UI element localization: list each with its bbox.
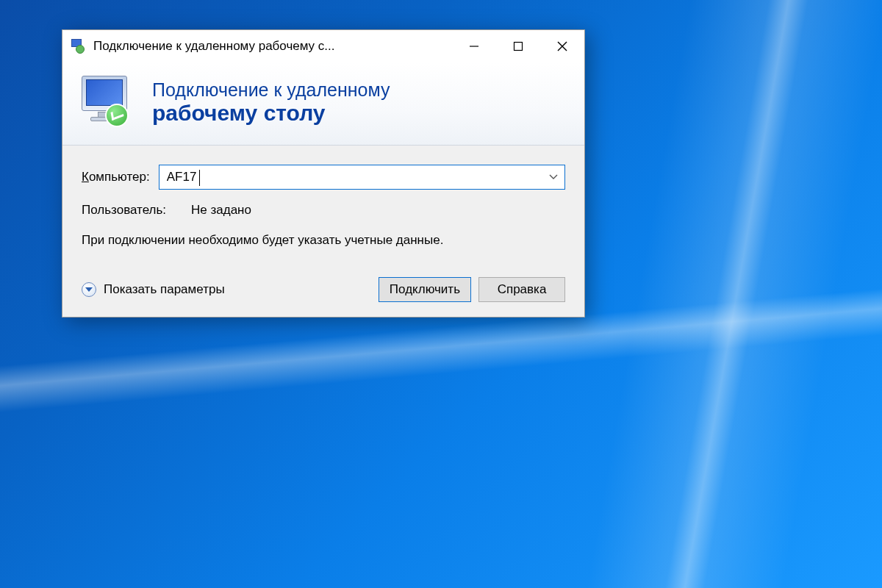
- connect-button[interactable]: Подключить: [379, 277, 471, 302]
- rdp-icon: [77, 73, 136, 132]
- help-button[interactable]: Справка: [478, 277, 565, 302]
- chevron-down-icon[interactable]: [542, 165, 564, 189]
- app-icon: [70, 39, 86, 54]
- window-controls: [452, 30, 584, 62]
- minimize-button[interactable]: [452, 30, 496, 62]
- window-title: Подключение к удаленному рабочему с...: [93, 39, 452, 54]
- computer-input[interactable]: [159, 170, 542, 184]
- banner: Подключение к удаленному рабочему столу: [62, 62, 584, 146]
- maximize-button[interactable]: [496, 30, 540, 62]
- user-label: Пользователь:: [82, 203, 166, 218]
- close-button[interactable]: [540, 30, 584, 62]
- computer-row: Компьютер:: [82, 165, 565, 190]
- show-options-link[interactable]: Показать параметры: [82, 282, 225, 297]
- credentials-info: При подключении необходимо будет указать…: [82, 232, 565, 249]
- banner-line-2: рабочему столу: [152, 101, 390, 126]
- dialog-footer: Показать параметры Подключить Справка: [82, 273, 565, 302]
- banner-line-1: Подключение к удаленному: [152, 79, 390, 101]
- banner-text: Подключение к удаленному рабочему столу: [152, 79, 390, 126]
- user-value: Не задано: [191, 203, 251, 218]
- svg-rect-1: [514, 43, 523, 51]
- user-row: Пользователь: Не задано: [82, 203, 565, 218]
- text-cursor: [199, 170, 200, 186]
- dialog-body: Компьютер: Пользователь: Не задано При п…: [62, 146, 584, 317]
- computer-label: Компьютер:: [82, 170, 150, 184]
- title-bar[interactable]: Подключение к удаленному рабочему с...: [62, 30, 584, 62]
- rdp-dialog: Подключение к удаленному рабочему с... П…: [62, 29, 585, 318]
- expand-down-icon: [82, 282, 96, 297]
- computer-combobox[interactable]: [159, 165, 565, 190]
